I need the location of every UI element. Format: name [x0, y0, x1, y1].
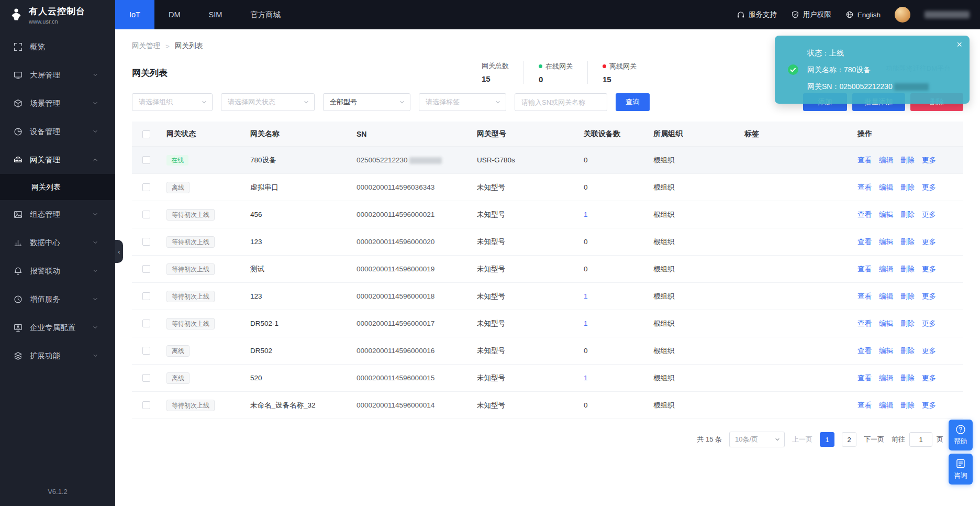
breadcrumb-item[interactable]: 网关列表 [175, 41, 203, 51]
org-select[interactable]: 请选择组织 [132, 93, 213, 111]
topnav-tab-iot[interactable]: IoT [115, 0, 154, 29]
row-op-more[interactable]: 更多 [922, 183, 936, 192]
sidebar-item-label: 扩展功能 [30, 351, 60, 361]
sidebar-collapse-handle[interactable] [115, 240, 123, 263]
row-op-delete[interactable]: 删除 [900, 156, 915, 165]
goto-page-input[interactable] [909, 432, 932, 447]
row-op-delete[interactable]: 删除 [900, 292, 915, 301]
row-checkbox[interactable] [142, 374, 150, 382]
sidebar-item-overview[interactable]: 概览 [0, 32, 115, 61]
row-op-more[interactable]: 更多 [922, 373, 936, 383]
row-op-view[interactable]: 查看 [858, 265, 872, 274]
model-select[interactable]: 全部型号 [323, 93, 410, 111]
row-op-view[interactable]: 查看 [858, 346, 872, 356]
avatar[interactable] [895, 7, 910, 23]
sidebar-item-alarm[interactable]: 报警联动 [0, 257, 115, 285]
row-op-delete[interactable]: 删除 [900, 237, 915, 247]
gateway-sn: 00002000114596000017 [357, 320, 477, 327]
row-op-edit[interactable]: 编辑 [879, 292, 893, 301]
device-count[interactable]: 1 [584, 292, 653, 300]
row-op-edit[interactable]: 编辑 [879, 210, 893, 219]
row-checkbox[interactable] [142, 320, 150, 327]
row-op-edit[interactable]: 编辑 [879, 237, 893, 247]
row-op-edit[interactable]: 编辑 [879, 265, 893, 274]
row-op-edit[interactable]: 编辑 [879, 401, 893, 410]
row-op-view[interactable]: 查看 [858, 210, 872, 219]
sidebar-item-scada[interactable]: 组态管理 [0, 200, 115, 228]
row-op-delete[interactable]: 删除 [900, 401, 915, 410]
brand-logo[interactable]: 有人云控制台 www.usr.cn [0, 0, 115, 29]
sidebar-item-data[interactable]: 数据中心 [0, 228, 115, 257]
row-op-more[interactable]: 更多 [922, 319, 936, 328]
row-op-more[interactable]: 更多 [922, 401, 936, 410]
row-op-view[interactable]: 查看 [858, 319, 872, 328]
row-op-view[interactable]: 查看 [858, 183, 872, 192]
row-checkbox[interactable] [142, 183, 150, 191]
help-float-button[interactable]: 帮助 [949, 420, 973, 450]
topbar-link-support[interactable]: 服务支持 [737, 10, 777, 19]
row-op-edit[interactable]: 编辑 [879, 346, 893, 356]
row-checkbox[interactable] [142, 211, 150, 218]
row-checkbox[interactable] [142, 265, 150, 273]
row-op-view[interactable]: 查看 [858, 156, 872, 165]
sidebar-item-screen[interactable]: 大屏管理 [0, 61, 115, 89]
row-op-view[interactable]: 查看 [858, 373, 872, 383]
row-checkbox[interactable] [142, 347, 150, 355]
sidebar-item-scene[interactable]: 场景管理 [0, 89, 115, 117]
row-op-view[interactable]: 查看 [858, 292, 872, 301]
row-op-delete[interactable]: 删除 [900, 373, 915, 383]
close-icon[interactable] [956, 40, 962, 49]
topbar-link-language[interactable]: English [845, 10, 881, 19]
row-op-edit[interactable]: 编辑 [879, 319, 893, 328]
sidebar-item-value[interactable]: 增值服务 [0, 285, 115, 313]
topbar-link-permission[interactable]: 用户权限 [791, 10, 831, 19]
topnav-tab-dm[interactable]: DM [154, 0, 195, 29]
status-badge: 等待初次上线 [166, 263, 215, 275]
row-op-more[interactable]: 更多 [922, 237, 936, 247]
row-op-delete[interactable]: 删除 [900, 265, 915, 274]
row-op-delete[interactable]: 删除 [900, 319, 915, 328]
query-button[interactable]: 查询 [616, 93, 650, 111]
row-checkbox[interactable] [142, 238, 150, 246]
tag-select-value: 请选择标签 [426, 97, 460, 107]
row-op-more[interactable]: 更多 [922, 156, 936, 165]
row-op-edit[interactable]: 编辑 [879, 373, 893, 383]
page-button-2[interactable]: 2 [842, 432, 856, 447]
row-checkbox[interactable] [142, 401, 150, 409]
row-op-view[interactable]: 查看 [858, 237, 872, 247]
table-row: 离线DR50200002000114596000016未知型号0根组织查看编辑删… [132, 337, 963, 365]
headset-icon [737, 10, 745, 19]
sidebar-item-device[interactable]: 设备管理 [0, 117, 115, 146]
prev-page-button[interactable]: 上一页 [792, 435, 812, 444]
row-op-edit[interactable]: 编辑 [879, 183, 893, 192]
page-button-1[interactable]: 1 [820, 432, 834, 447]
row-op-delete[interactable]: 删除 [900, 210, 915, 219]
search-input[interactable] [515, 93, 607, 111]
row-op-more[interactable]: 更多 [922, 210, 936, 219]
row-op-more[interactable]: 更多 [922, 265, 936, 274]
page-size-select[interactable]: 10条/页 [729, 432, 785, 447]
sidebar-subitem-gateway-list[interactable]: 网关列表 [0, 174, 115, 200]
row-op-delete[interactable]: 删除 [900, 346, 915, 356]
row-op-more[interactable]: 更多 [922, 292, 936, 301]
row-op-view[interactable]: 查看 [858, 401, 872, 410]
topnav-tab-mall[interactable]: 官方商城 [236, 0, 295, 29]
row-op-more[interactable]: 更多 [922, 346, 936, 356]
row-checkbox[interactable] [142, 292, 150, 300]
device-count[interactable]: 1 [584, 320, 653, 327]
device-count[interactable]: 1 [584, 211, 653, 218]
topnav-tab-sim[interactable]: SIM [195, 0, 237, 29]
select-all-checkbox[interactable] [142, 130, 150, 138]
row-op-edit[interactable]: 编辑 [879, 156, 893, 165]
status-select[interactable]: 请选择网关状态 [221, 93, 315, 111]
device-count[interactable]: 1 [584, 374, 653, 382]
chat-float-button[interactable]: 咨询 [949, 454, 973, 485]
sidebar-item-enterprise[interactable]: 企业专属配置 [0, 313, 115, 342]
sidebar-item-gateway[interactable]: 网关管理 [0, 146, 115, 174]
breadcrumb-item[interactable]: 网关管理 [132, 41, 160, 51]
row-op-delete[interactable]: 删除 [900, 183, 915, 192]
tag-select[interactable]: 请选择标签 [419, 93, 506, 111]
sidebar-item-extension[interactable]: 扩展功能 [0, 342, 115, 370]
row-checkbox[interactable] [142, 156, 150, 164]
next-page-button[interactable]: 下一页 [864, 435, 884, 444]
